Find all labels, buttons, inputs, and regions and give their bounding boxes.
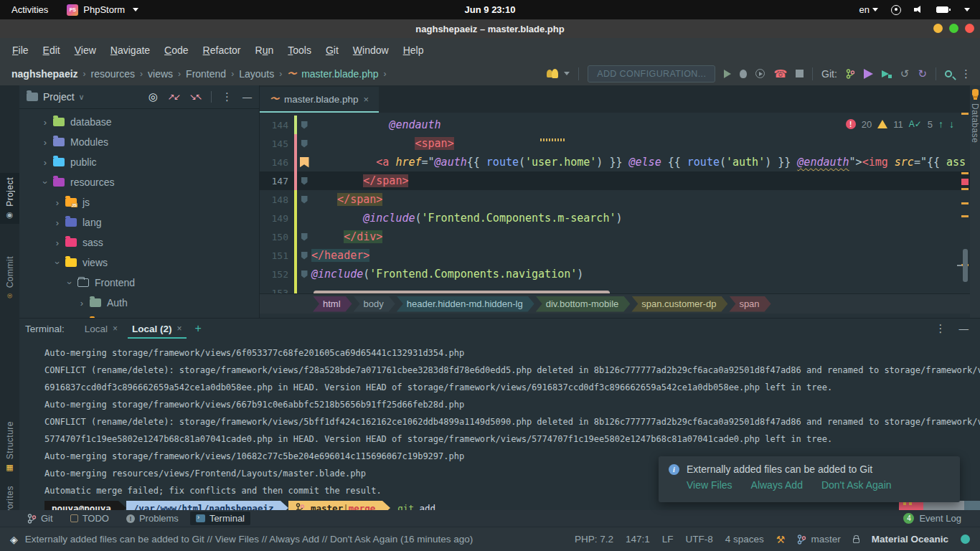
sidebar-item-structure[interactable]: Structure▦ [0,417,19,476]
expand-all-icon[interactable]: ↗↙ [168,92,179,102]
breadcrumb-item-naghshepaeiz[interactable]: naghshepaeiz [11,68,78,80]
menu-view[interactable]: View [68,42,103,59]
php-version[interactable]: PHP: 7.2 [575,534,613,545]
gutter-icon-slot[interactable] [297,171,311,190]
gutter-icon-slot[interactable] [297,283,311,293]
code-line[interactable]: 149@include('Frontend.Components.m-searc… [260,209,970,227]
gutter-icon-slot[interactable] [297,116,311,134]
breadcrumb-item-file[interactable]: master.blade.php [301,68,378,80]
editor-tab-master-blade[interactable]: 〜 master.blade.php × [260,87,379,113]
search-everywhere-icon[interactable] [945,70,952,77]
minimize-window-button[interactable] [933,24,943,33]
run-icon[interactable] [724,70,731,78]
maximize-window-button[interactable] [949,24,958,33]
breadcrumb-tag-span[interactable]: span [729,296,771,312]
menu-navigate[interactable]: Navigate [104,42,156,59]
tree-item-auth[interactable]: ›Auth [19,293,259,313]
coverage-icon[interactable] [755,69,765,78]
stop-icon[interactable] [796,70,804,77]
new-terminal-icon[interactable]: + [195,322,202,335]
breadcrumb-tag-body[interactable]: body [354,296,395,312]
stripe-mark[interactable] [961,113,969,115]
sidebar-item-database[interactable]: Database [970,89,980,143]
toolwindow-git[interactable]: Git [22,512,59,525]
chevron-icon[interactable]: › [65,278,75,288]
code-line[interactable]: 150</div> [260,227,970,246]
git-update-icon[interactable] [882,69,892,78]
git-push-icon[interactable] [864,69,873,79]
system-menu-chevron-icon[interactable] [964,8,970,11]
close-icon[interactable]: × [113,324,118,334]
more-options-icon[interactable]: ⋮ [961,67,971,80]
gutter-icon-slot[interactable] [297,190,311,209]
fold-marker-icon[interactable] [301,177,308,185]
code-line[interactable]: 152@include('Frontend.Components.navigat… [260,265,970,283]
code-line[interactable]: 151</header> [260,246,970,265]
dont-ask-again-link[interactable]: Don't Ask Again [821,479,892,491]
tree-item-modules[interactable]: ›Modules [19,132,259,152]
caret-position[interactable]: 147:1 [626,534,650,545]
project-panel-title[interactable]: Project [43,91,75,103]
terminal-tab-local--2-[interactable]: Local (2)× [125,319,189,339]
chevron-icon[interactable]: › [40,177,51,187]
fold-marker-icon[interactable] [301,270,308,278]
git-branch-icon[interactable] [846,69,855,79]
menu-edit[interactable]: Edit [37,42,67,59]
fold-marker-icon[interactable] [301,196,308,204]
close-window-button[interactable] [965,24,974,33]
vertical-scrollbar[interactable] [963,249,968,282]
stripe-mark[interactable] [961,202,969,204]
next-problem-icon[interactable]: ↓ [949,118,954,130]
menu-file[interactable]: File [6,42,35,59]
terminal-tab-local[interactable]: Local× [77,319,125,339]
fold-marker-icon[interactable] [301,121,308,129]
horizontal-scrollbar[interactable] [314,291,610,293]
tools-icon[interactable]: ⚒ [776,534,786,545]
tree-item-sass[interactable]: ›sass [19,232,259,253]
chevron-icon[interactable]: › [52,237,62,248]
toolwindow-todo[interactable]: TODO [65,512,115,525]
prev-problem-icon[interactable]: ↑ [938,118,943,130]
fold-marker-icon[interactable] [301,252,308,260]
gutter-icon-slot[interactable] [297,246,311,265]
hangup-phone-icon[interactable]: ☎ [773,68,787,79]
event-log-button[interactable]: 4 Event Log [903,513,980,524]
breadcrumb-tag-span[interactable]: span.customer-dp [631,296,727,312]
status-message[interactable]: Externally added files can be added to G… [25,534,473,545]
code-line[interactable]: 146<a href="@auth{{ route('user.home') }… [260,153,970,171]
breadcrumb-item-resources[interactable]: resources [91,68,135,80]
fold-marker-icon[interactable] [301,233,308,241]
breadcrumb-tag-html[interactable]: html [313,296,352,312]
tree-item-views[interactable]: ›views [19,253,259,273]
sidebar-item-project[interactable]: Project◉ [0,173,19,224]
view-files-link[interactable]: View Files [687,479,732,491]
tree-item-frontend[interactable]: ›Frontend [19,273,259,293]
bookmark-icon[interactable] [300,157,309,168]
menu-tools[interactable]: Tools [281,42,318,59]
tree-item-database[interactable]: ›database [19,112,259,132]
menu-git[interactable]: Git [319,42,345,59]
menu-code[interactable]: Code [158,42,194,59]
gutter-icon-slot[interactable] [297,134,311,153]
menu-run[interactable]: Run [249,42,281,59]
collapse-all-icon[interactable]: ↘↖ [189,92,201,102]
hide-panel-icon[interactable]: — [242,92,252,103]
menu-window[interactable]: Window [347,42,395,59]
gutter-icon-slot[interactable] [297,153,311,171]
chevron-icon[interactable]: › [40,117,50,128]
scrollbar-handle[interactable] [957,265,962,266]
stripe-mark[interactable] [961,188,969,190]
breadcrumb-tag-div[interactable]: div.bottom-mobile [536,296,631,312]
code-line[interactable]: 148</span> [260,190,970,209]
theme-name[interactable]: Material Oceanic [872,534,948,545]
history-icon[interactable]: ↺ [900,68,910,79]
debug-icon[interactable] [740,70,747,78]
accessibility-icon[interactable] [891,5,901,15]
gutter-icon-slot[interactable] [297,265,311,283]
file-encoding[interactable]: UTF-8 [686,534,713,545]
breadcrumb-item-views[interactable]: views [148,68,173,80]
run-configuration-select[interactable]: ADD CONFIGURATION... [588,65,715,83]
stripe-mark[interactable] [961,172,969,174]
breadcrumb-item-Frontend[interactable]: Frontend [186,68,226,80]
line-ending[interactable]: LF [662,534,674,545]
